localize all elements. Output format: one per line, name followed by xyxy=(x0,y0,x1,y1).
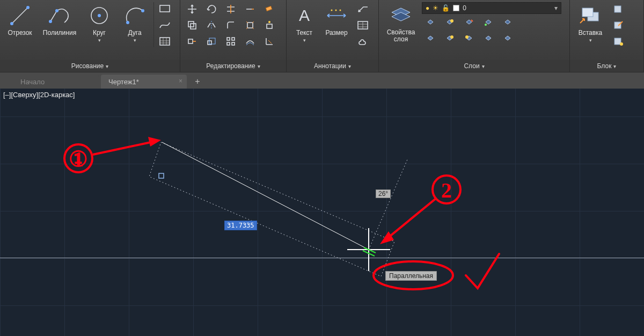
panel-layers-title[interactable]: Слои xyxy=(379,60,569,72)
layer-unlock[interactable] xyxy=(480,32,497,46)
svg-point-4 xyxy=(55,9,58,12)
snap-tooltip: Параллельная xyxy=(385,271,437,281)
svg-point-31 xyxy=(450,35,453,39)
dynamic-length-input[interactable]: 31.7335 xyxy=(224,221,257,230)
tool-circle-label: Круг xyxy=(93,29,106,36)
svg-rect-14 xyxy=(247,23,253,28)
tool-leader[interactable] xyxy=(354,2,371,16)
tool-stretch[interactable] xyxy=(184,34,201,48)
tab-drawing-1[interactable]: Чертеж1* × xyxy=(101,75,187,89)
tool-polyline-label: Полилиния xyxy=(43,29,76,36)
layer-lock[interactable] xyxy=(460,16,478,30)
panel-block-title[interactable]: Блок xyxy=(570,60,643,72)
tab-drawing-1-label: Чертеж1* xyxy=(108,78,139,86)
svg-rect-22 xyxy=(227,42,230,45)
tool-erase[interactable] xyxy=(261,2,278,16)
tool-align[interactable] xyxy=(261,34,278,48)
tool-extend[interactable] xyxy=(241,2,259,16)
tool-explode[interactable] xyxy=(241,18,259,32)
svg-point-6 xyxy=(98,14,101,17)
drawing-canvas[interactable]: [–][Сверху][2D-каркас] ① 1 xyxy=(0,89,644,336)
callout-2-arrow-line xyxy=(385,199,436,240)
tool-fillet[interactable] xyxy=(222,18,239,32)
draw-extra-grid xyxy=(156,2,173,49)
arc-icon xyxy=(122,3,147,28)
svg-point-3 xyxy=(49,20,52,23)
tool-layer-properties[interactable]: Свойстваслоя xyxy=(382,2,420,49)
svg-point-27 xyxy=(340,10,341,11)
tool-table[interactable] xyxy=(354,18,371,32)
circle-icon xyxy=(87,3,112,28)
chevron-down-icon: ▾ xyxy=(303,38,306,43)
tool-layer-properties-label: Свойстваслоя xyxy=(387,29,415,43)
layer-thaw[interactable] xyxy=(460,32,478,46)
tool-attr-block[interactable] xyxy=(610,34,627,48)
panel-annotate: A Текст ▾ Размер Аннотации xyxy=(287,0,379,72)
chevron-down-icon: ▾ xyxy=(98,38,101,43)
tool-edit-block[interactable] xyxy=(610,18,627,32)
layer-walk[interactable] xyxy=(499,32,516,46)
tool-text-label: Текст xyxy=(296,29,312,36)
tool-polyline[interactable]: Полилиния xyxy=(39,2,80,49)
text-icon: A xyxy=(292,3,317,28)
tool-rotate[interactable] xyxy=(203,2,220,16)
svg-rect-23 xyxy=(232,42,235,45)
layer-off[interactable] xyxy=(422,16,439,30)
tool-rectangle[interactable] xyxy=(156,2,173,16)
tool-create-block[interactable] xyxy=(610,2,627,16)
tool-array[interactable] xyxy=(222,34,239,48)
layer-make-current[interactable] xyxy=(480,16,497,30)
chevron-down-icon: ▾ xyxy=(554,4,558,12)
tab-new[interactable]: + xyxy=(189,75,206,89)
current-layer-dropdown[interactable]: ● ☀ 🔓 0 ▾ xyxy=(422,2,561,14)
chevron-down-icon: ▾ xyxy=(589,38,592,43)
panel-modify-title[interactable]: Редактирование xyxy=(180,60,286,72)
svg-rect-10 xyxy=(160,38,170,45)
tool-cloud[interactable] xyxy=(354,34,371,48)
tool-line[interactable]: Отрезок xyxy=(3,2,36,49)
svg-rect-21 xyxy=(232,38,235,40)
tab-home[interactable]: Начало xyxy=(13,75,99,89)
svg-point-8 xyxy=(141,9,144,12)
tool-text[interactable]: A Текст ▾ xyxy=(290,2,319,49)
tool-copy[interactable] xyxy=(184,18,201,32)
svg-rect-9 xyxy=(160,5,170,12)
layer-match[interactable] xyxy=(499,16,516,30)
tool-insert[interactable]: Вставка ▾ xyxy=(573,2,608,49)
tool-arc[interactable]: Дуга ▾ xyxy=(118,2,151,49)
layer-freeze[interactable] xyxy=(441,16,458,30)
svg-rect-13 xyxy=(191,24,196,29)
svg-point-38 xyxy=(620,42,623,46)
panel-modify: Редактирование xyxy=(180,0,287,72)
tool-move[interactable] xyxy=(184,2,201,16)
lock-icon: 🔓 xyxy=(442,4,450,12)
svg-point-2 xyxy=(26,6,30,9)
panel-block: Вставка ▾ Блок xyxy=(570,0,644,72)
line-icon xyxy=(8,3,32,28)
panel-layers: Свойстваслоя ● ☀ 🔓 0 ▾ xyxy=(379,0,570,72)
tool-circle[interactable]: Круг ▾ xyxy=(83,2,116,49)
panel-draw: Отрезок Полилиния Круг ▾ xyxy=(0,0,180,72)
layer-iso[interactable] xyxy=(422,32,439,46)
layer-on[interactable] xyxy=(441,32,458,46)
svg-rect-35 xyxy=(614,6,621,12)
dimension-icon xyxy=(324,3,349,28)
close-icon[interactable]: × xyxy=(179,77,182,85)
tool-dimension[interactable]: Размер xyxy=(321,2,352,49)
rubber-band-line xyxy=(162,142,369,250)
panel-annotate-title[interactable]: Аннотации xyxy=(287,60,378,72)
svg-point-16 xyxy=(268,21,270,23)
tool-trim[interactable] xyxy=(222,2,239,16)
svg-line-0 xyxy=(12,8,28,24)
svg-rect-11 xyxy=(266,6,272,11)
tool-hatch[interactable] xyxy=(156,34,173,48)
tool-offset-pick[interactable] xyxy=(261,18,278,32)
layer-tools-grid xyxy=(422,16,561,47)
tool-spline[interactable] xyxy=(156,18,173,32)
tool-mirror[interactable] xyxy=(203,18,220,32)
tool-arc-label: Дуга xyxy=(128,29,141,36)
grip-icon xyxy=(159,173,164,178)
tool-scale[interactable] xyxy=(203,34,220,48)
tool-offset[interactable] xyxy=(241,34,259,48)
panel-draw-title[interactable]: Рисование xyxy=(0,60,180,72)
